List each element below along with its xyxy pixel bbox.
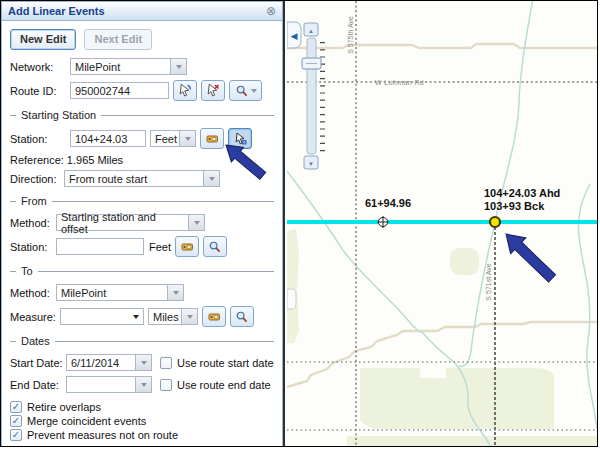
- end-date-select[interactable]: [66, 376, 152, 393]
- cursor-select-icon: [178, 83, 193, 98]
- start-date-label: Start Date:: [10, 357, 66, 369]
- from-method-select[interactable]: Starting station and offset: [56, 214, 205, 231]
- measure-tool-button[interactable]: [202, 306, 226, 327]
- use-route-end-checkbox[interactable]: [160, 379, 172, 391]
- station-label-left: 61+94.96: [365, 197, 411, 209]
- from-station-input[interactable]: [56, 238, 144, 255]
- picked-station-point[interactable]: [490, 217, 500, 227]
- cursor-pick-icon: [233, 131, 248, 146]
- use-route-start-label: Use route start date: [177, 357, 274, 369]
- measure-label: Measure:: [10, 311, 60, 323]
- chevron-down-icon[interactable]: [204, 170, 220, 187]
- station-label-back: 103+93 Bck: [484, 200, 545, 212]
- merge-coincident-label: Merge coincident events: [27, 415, 146, 427]
- direction-label: Direction:: [10, 173, 64, 185]
- station-tool-button[interactable]: [200, 128, 224, 149]
- road-label-horizontal: W Luhman Rd: [375, 79, 424, 86]
- pick-station-on-map-button[interactable]: [228, 128, 252, 149]
- zoom-out-icon: ▼: [308, 161, 314, 167]
- new-edit-button[interactable]: New Edit: [10, 29, 76, 50]
- from-legend: From: [10, 195, 274, 207]
- chevron-down-icon[interactable]: [189, 214, 205, 231]
- window-titlebar[interactable]: Add Linear Events ⊗: [2, 2, 282, 21]
- station-input[interactable]: [70, 130, 146, 147]
- measure-value: [60, 308, 144, 325]
- to-method-value: MilePoint: [56, 284, 168, 301]
- route-search-dropdown-button[interactable]: [229, 80, 262, 101]
- screenshot-root: Add Linear Events ⊗ New Edit Next Edit N…: [0, 0, 598, 447]
- search-icon: [235, 310, 249, 324]
- station-measure-icon: [207, 309, 222, 324]
- retire-overlaps-label: Retire overlaps: [27, 401, 101, 413]
- station-label: Station:: [10, 133, 70, 145]
- from-units-label: Feet: [149, 241, 171, 253]
- from-station-search-button[interactable]: [203, 236, 227, 257]
- search-icon: [208, 240, 222, 254]
- use-route-start-checkbox[interactable]: [160, 357, 172, 369]
- measure-combo[interactable]: [60, 308, 144, 325]
- merge-coincident-checkbox[interactable]: ✓: [10, 415, 22, 427]
- use-route-end-label: Use route end date: [177, 379, 271, 391]
- network-value: MilePoint: [70, 58, 171, 75]
- chevron-down-icon: [251, 89, 257, 93]
- from-station-label: Station:: [10, 241, 56, 253]
- station-units-select[interactable]: Feet: [150, 130, 196, 147]
- road-label-vertical-right: S 571st Ave: [485, 263, 492, 300]
- start-date-value: 6/11/2014: [66, 354, 136, 371]
- window-title: Add Linear Events: [8, 5, 266, 17]
- clear-route-selection-button[interactable]: [201, 80, 225, 101]
- retire-overlaps-checkbox[interactable]: ✓: [10, 401, 22, 413]
- station-units-value: Feet: [150, 130, 180, 147]
- zoom-slider-track[interactable]: [307, 38, 316, 154]
- chevron-down-icon[interactable]: [180, 130, 196, 147]
- route-id-label: Route ID:: [10, 85, 70, 97]
- end-date-label: End Date:: [10, 379, 66, 391]
- map-canvas[interactable]: W Luhman Rd S 575th Ave S 571st Ave 61+9…: [287, 1, 598, 447]
- to-method-label: Method:: [10, 287, 56, 299]
- chevron-down-icon[interactable]: [136, 354, 152, 371]
- chevron-down-icon[interactable]: [168, 284, 184, 301]
- next-edit-button[interactable]: Next Edit: [84, 29, 152, 50]
- to-legend: To: [10, 265, 274, 277]
- panel-collapse-tab[interactable]: ◀: [287, 22, 301, 48]
- reference-text: Reference: 1.965 Miles: [10, 154, 123, 166]
- measure-units-select[interactable]: Miles: [148, 308, 198, 325]
- from-method-label: Method:: [10, 217, 56, 229]
- network-label: Network:: [10, 61, 70, 73]
- chevron-down-icon[interactable]: [136, 376, 152, 393]
- to-method-select[interactable]: MilePoint: [56, 284, 184, 301]
- start-date-select[interactable]: 6/11/2014: [66, 354, 152, 371]
- direction-select[interactable]: From route start: [64, 170, 220, 187]
- edge-tab[interactable]: [287, 289, 296, 309]
- chevron-down-icon[interactable]: [133, 315, 139, 319]
- route-id-input[interactable]: [70, 82, 169, 99]
- station-measure-icon: [180, 239, 195, 254]
- close-icon[interactable]: ⊗: [266, 5, 276, 17]
- zoom-in-icon: ▲: [308, 28, 314, 34]
- end-date-value: [66, 376, 136, 393]
- measure-units-value: Miles: [148, 308, 182, 325]
- select-route-on-map-button[interactable]: [173, 80, 197, 101]
- chevron-down-icon[interactable]: [171, 58, 187, 75]
- measure-search-button[interactable]: [230, 306, 254, 327]
- add-linear-events-window: Add Linear Events ⊗ New Edit Next Edit N…: [1, 1, 285, 447]
- dates-legend: Dates: [10, 335, 274, 347]
- starting-station-legend: Starting Station: [10, 109, 274, 121]
- cursor-clear-icon: [206, 83, 221, 98]
- from-method-value: Starting station and offset: [56, 214, 189, 231]
- station-label-ahead: 104+24.03 Ahd: [484, 187, 560, 199]
- collapse-left-icon: ◀: [291, 31, 298, 41]
- prevent-measures-checkbox[interactable]: ✓: [10, 429, 22, 441]
- direction-value: From route start: [64, 170, 204, 187]
- station-measure-icon: [205, 131, 220, 146]
- prevent-measures-label: Prevent measures not on route: [27, 429, 178, 441]
- from-station-tool-button[interactable]: [175, 236, 199, 257]
- road-label-vertical-left: S 575th Ave: [347, 16, 354, 54]
- search-icon: [235, 84, 249, 98]
- chevron-down-icon[interactable]: [182, 308, 198, 325]
- network-select[interactable]: MilePoint: [70, 58, 187, 75]
